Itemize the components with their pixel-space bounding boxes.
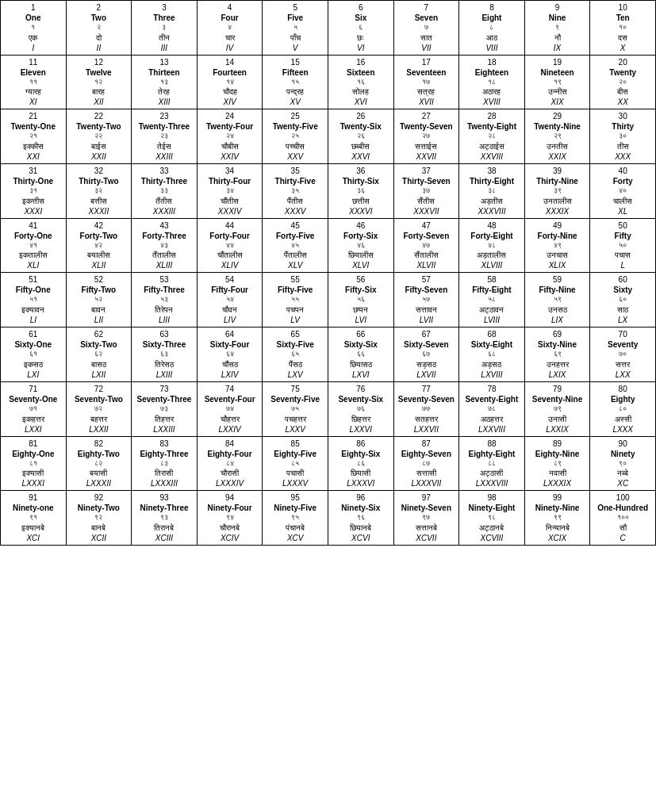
table-row: 26 Twenty-Six २६ छब्बीस XXVI [328,109,393,164]
number-devanagari-digit: १८ [462,78,522,87]
number-arabic: 12 [69,57,129,67]
number-roman: XXXV [265,206,325,216]
number-devanagari-digit: ८६ [331,459,391,469]
number-devanagari-digit: ८८ [462,459,522,469]
table-row: 13 Thirteen १३ तेरह XIII [132,55,198,109]
number-devanagari-digit: ४ [200,23,260,33]
number-roman: LVIII [462,315,522,325]
table-row: 98 Ninety-Eight ९८ अट्ठानबे XCVIII [459,491,525,546]
number-devanagari-digit: ९४ [200,513,260,523]
number-arabic: 36 [331,166,391,176]
table-row: 2 Two २ दो II [66,1,132,56]
number-devanagari-digit: ७४ [200,404,260,414]
number-english: Seventy-Three [134,394,194,404]
number-english: Thirty-Five [265,176,325,186]
number-english: Ninety [593,449,653,459]
number-english: Twenty-Seven [397,121,457,132]
numbers-table: 1 One १ एक I 2 Two २ दो II 3 Three ३ तीन… [0,0,656,546]
number-english: Forty-Five [265,231,325,241]
number-arabic: 52 [69,274,129,285]
table-row: 60 Sixty ६० साठ LX [590,273,656,327]
number-arabic: 50 [593,220,653,231]
number-roman: XXII [69,151,129,162]
number-english: Forty-Seven [397,231,457,241]
number-roman: IX [527,43,588,53]
number-arabic: 86 [331,439,391,449]
number-arabic: 99 [527,492,588,503]
table-row: 52 Fifty-Two ५२ बावन LII [66,273,132,327]
number-hindi: उनासी [527,414,588,424]
number-hindi: तिरासी [134,468,194,478]
number-arabic: 7 [397,2,457,13]
number-hindi: बाईस [69,141,129,151]
number-hindi: तिरेपन [134,304,194,315]
number-english: One-Hundred [593,503,653,513]
number-devanagari-digit: ८० [593,404,653,414]
table-row: 62 Sixty-Two ६२ बासठ LXII [66,327,132,382]
number-roman: XXX [593,151,653,162]
number-hindi: चौंतालीस [200,250,260,260]
number-arabic: 46 [331,220,391,231]
number-english: Thirty-Eight [462,176,522,186]
number-hindi: अट्ठाईस [462,141,522,151]
number-hindi: तिरेसठ [134,359,194,370]
number-hindi: छत्तीस [331,196,391,206]
number-arabic: 80 [593,384,653,394]
number-roman: XLV [265,260,325,270]
number-devanagari-digit: ५२ [69,295,129,304]
number-devanagari-digit: ५८ [462,295,522,304]
number-devanagari-digit: ७० [593,350,653,359]
number-arabic: 78 [462,384,522,394]
number-arabic: 64 [200,329,260,339]
table-row: 100 One-Hundred १०० सौ C [590,491,656,546]
table-row: 57 Fifty-Seven ५७ सत्तावन LVII [393,273,459,327]
number-arabic: 59 [527,274,588,285]
number-english: Eighty [593,394,653,404]
number-english: Thirty-Four [200,176,260,186]
number-roman: XXVI [331,151,391,162]
number-english: Twenty-Four [200,121,260,132]
number-devanagari-digit: ७७ [397,404,457,414]
number-english: Ninety-Four [200,503,260,513]
number-roman: XCIV [200,533,260,543]
table-row: 64 Sixty-Four ६४ चौंसठ LXIV [197,327,263,382]
number-roman: LXXX [593,424,653,435]
table-row: 44 Forty-Four ४४ चौंतालीस XLIV [197,218,263,273]
number-hindi: पैंतीस [265,196,325,206]
number-hindi: तैंतालीस [134,250,194,260]
table-row: 25 Twenty-Five २५ पच्चीस XXV [263,109,328,164]
number-arabic: 76 [331,384,391,394]
table-row: 1 One १ एक I [1,1,67,56]
number-devanagari-digit: ४० [593,186,653,196]
table-row: 46 Forty-Six ४६ छियालीस XLVI [328,218,393,273]
number-devanagari-digit: ८ [462,23,522,33]
table-row: 84 Eighty-Four ८४ चौरासी LXXXIV [197,436,263,491]
table-row: 31 Thirty-One ३१ इकत्तीस XXXI [1,164,67,219]
number-devanagari-digit: ४८ [462,241,522,251]
table-row: 80 Eighty ८० अस्सी LXXX [590,381,656,436]
table-row: 70 Seventy ७० सत्तर LXX [590,327,656,382]
table-row: 75 Seventy-Five ७५ पचहत्तर LXXV [263,381,328,436]
number-english: Ninety-Eight [462,503,522,513]
number-devanagari-digit: ३५ [265,186,325,196]
table-row: 86 Eighty-Six ८६ छियासी LXXXVI [328,436,393,491]
number-arabic: 53 [134,274,194,285]
number-devanagari-digit: २२ [69,132,129,141]
number-arabic: 61 [3,329,63,339]
number-arabic: 34 [200,166,260,176]
number-roman: LXXXI [3,478,63,488]
table-row: 91 Ninety-one ९१ इक्यानबे XCI [1,491,67,546]
number-english: Thirteen [134,67,194,78]
table-row: 67 Sixty-Seven ६७ सड़सठ LXVII [393,327,459,382]
number-devanagari-digit: २३ [134,132,194,141]
number-hindi: तिरानबे [134,523,194,533]
number-english: Forty-One [3,231,63,241]
number-devanagari-digit: ७१ [3,404,63,414]
number-devanagari-digit: २४ [200,132,260,141]
number-hindi: तीन [134,33,194,43]
number-devanagari-digit: २१ [3,132,63,141]
table-row: 24 Twenty-Four २४ चौबीस XXIV [197,109,263,164]
number-arabic: 95 [265,492,325,503]
number-arabic: 62 [69,329,129,339]
number-hindi: पन्द्रह [265,86,325,97]
